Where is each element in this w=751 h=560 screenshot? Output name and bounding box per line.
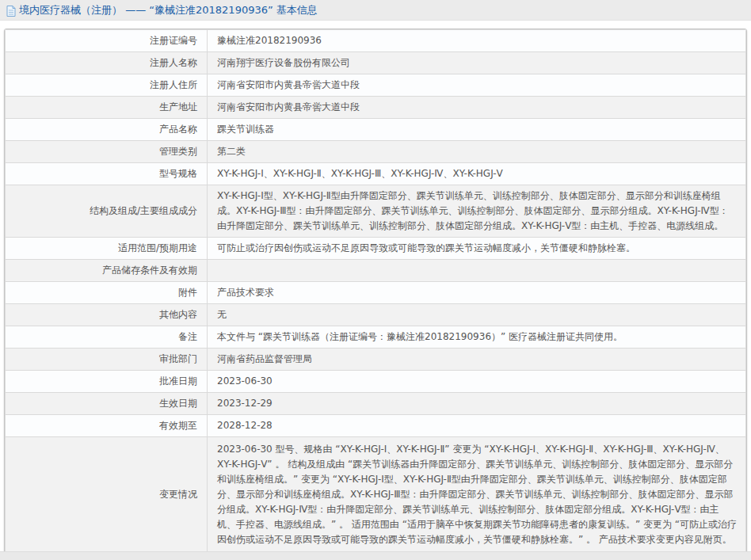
row-value bbox=[208, 260, 746, 282]
row-value: 踝关节训练器 bbox=[208, 119, 746, 141]
row-value-text: 河南翔宇医疗设备股份有限公司 bbox=[217, 57, 350, 68]
page-title: 境内医疗器械（注册） —— “豫械注准20182190936” 基本信息 bbox=[19, 5, 318, 15]
row-label: 生产地址 bbox=[6, 97, 208, 119]
row-value: 第二类 bbox=[208, 141, 746, 163]
row-label-text: 管理类别 bbox=[159, 146, 197, 157]
row-value-text: 2023-06-30 bbox=[217, 375, 273, 387]
row-label: 批准日期 bbox=[6, 371, 208, 393]
row-label: 注册人住所 bbox=[6, 74, 208, 97]
table-row: 其他内容无 bbox=[6, 304, 746, 326]
row-value: 无 bbox=[208, 304, 746, 326]
row-value: 本文件与 “踝关节训练器（注册证编号：豫械注准20182190936）” 医疗器… bbox=[208, 326, 746, 349]
row-label: 有效期至 bbox=[6, 415, 208, 437]
row-label: 审批部门 bbox=[6, 349, 208, 371]
row-value: 河南省安阳市内黄县帝喾大道中段 bbox=[208, 97, 746, 119]
row-label-text: 有效期至 bbox=[159, 420, 197, 431]
table-row: 注册证编号豫械注准20182190936 bbox=[6, 30, 746, 52]
row-value-text: 河南省安阳市内黄县帝喾大道中段 bbox=[217, 101, 360, 112]
row-label-text: 产品名称 bbox=[159, 124, 197, 135]
row-label: 备注 bbox=[6, 326, 208, 349]
row-label-text: 结构及组成/主要组成成分 bbox=[90, 205, 197, 216]
table-row: 适用范围/预期用途可防止或治疗因创伤或运动不足原因导致或可能导致的踝关节运动幅度… bbox=[6, 238, 746, 260]
table-row: 备注本文件与 “踝关节训练器（注册证编号：豫械注准20182190936）” 医… bbox=[6, 326, 746, 349]
table-row: 管理类别第二类 bbox=[6, 141, 746, 163]
row-value-text: 2023-06-30 型号、规格由 “XY-K-HGJ-Ⅰ、XY-K-HGJ-Ⅱ… bbox=[217, 444, 737, 545]
registration-info-table: 注册证编号豫械注准20182190936注册人名称河南翔宇医疗设备股份有限公司注… bbox=[5, 29, 746, 560]
row-value: 2023-12-29 bbox=[208, 393, 746, 415]
row-value-text: 产品技术要求 bbox=[217, 287, 274, 298]
table-row: 结构及组成/主要组成成分XY-K-HGJ-Ⅰ型、XY-K-HGJ-Ⅱ型由升降固定… bbox=[6, 185, 746, 238]
table-row: 注册人住所河南省安阳市内黄县帝喾大道中段 bbox=[6, 74, 746, 97]
row-value: 河南翔宇医疗设备股份有限公司 bbox=[208, 52, 746, 74]
row-value-text: XY-K-HGJ-Ⅰ、XY-K-HGJ-Ⅱ、XY-K-HGJ-Ⅲ、XY-K-HG… bbox=[217, 168, 503, 179]
row-label-text: 产品储存条件及有效期 bbox=[102, 265, 197, 276]
row-value-text: 踝关节训练器 bbox=[217, 124, 274, 135]
table-row: 注册人名称河南翔宇医疗设备股份有限公司 bbox=[6, 52, 746, 74]
row-value-text: 2028-12-28 bbox=[217, 420, 273, 431]
row-label-text: 批准日期 bbox=[159, 375, 197, 387]
document-icon bbox=[6, 5, 16, 16]
row-label-text: 审批部门 bbox=[159, 353, 197, 364]
table-row: 审批部门河南省药品监督管理局 bbox=[6, 349, 746, 371]
row-value-text: 2023-12-29 bbox=[217, 398, 273, 409]
row-label: 产品储存条件及有效期 bbox=[6, 260, 208, 282]
row-label: 结构及组成/主要组成成分 bbox=[6, 185, 208, 238]
row-label-text: 注册人住所 bbox=[150, 79, 197, 90]
row-label-text: 生产地址 bbox=[159, 101, 197, 112]
row-label-text: 型号规格 bbox=[159, 168, 197, 179]
row-value-text: 第二类 bbox=[217, 146, 246, 157]
row-label: 注册证编号 bbox=[6, 30, 208, 52]
row-value-text: 河南省安阳市内黄县帝喾大道中段 bbox=[217, 79, 360, 90]
row-value: 河南省安阳市内黄县帝喾大道中段 bbox=[208, 74, 746, 97]
row-value: 可防止或治疗因创伤或运动不足原因导致或可能导致的踝关节运动幅度减小，关节僵硬和静… bbox=[208, 238, 746, 260]
row-label: 注册人名称 bbox=[6, 52, 208, 74]
row-value-text: XY-K-HGJ-Ⅰ型、XY-K-HGJ-Ⅱ型由升降固定部分、踝关节训练单元、训… bbox=[217, 190, 729, 231]
row-value: XY-K-HGJ-Ⅰ、XY-K-HGJ-Ⅱ、XY-K-HGJ-Ⅲ、XY-K-HG… bbox=[208, 163, 746, 185]
table-row: 型号规格XY-K-HGJ-Ⅰ、XY-K-HGJ-Ⅱ、XY-K-HGJ-Ⅲ、XY-… bbox=[6, 163, 746, 185]
row-label-text: 其他内容 bbox=[159, 309, 197, 320]
table-row: 产品储存条件及有效期 bbox=[6, 260, 746, 282]
row-label: 变更情况 bbox=[6, 437, 208, 553]
row-value-text: 无 bbox=[217, 309, 227, 320]
row-label: 生效日期 bbox=[6, 393, 208, 415]
row-label-text: 注册证编号 bbox=[150, 35, 197, 46]
table-row: 生效日期2023-12-29 bbox=[6, 393, 746, 415]
row-label-text: 备注 bbox=[178, 331, 197, 342]
table-row: 产品名称踝关节训练器 bbox=[6, 119, 746, 141]
row-label: 管理类别 bbox=[6, 141, 208, 163]
table-row: 生产地址河南省安阳市内黄县帝喾大道中段 bbox=[6, 97, 746, 119]
registration-info-table-container: 注册证编号豫械注准20182190936注册人名称河南翔宇医疗设备股份有限公司注… bbox=[4, 29, 747, 560]
table-row: 批准日期2023-06-30 bbox=[6, 371, 746, 393]
table-row: 有效期至2028-12-28 bbox=[6, 415, 746, 437]
row-label: 型号规格 bbox=[6, 163, 208, 185]
row-label-text: 变更情况 bbox=[159, 489, 197, 500]
row-value-text: 可防止或治疗因创伤或运动不足原因导致或可能导致的踝关节运动幅度减小，关节僵硬和静… bbox=[217, 242, 635, 253]
row-value: XY-K-HGJ-Ⅰ型、XY-K-HGJ-Ⅱ型由升降固定部分、踝关节训练单元、训… bbox=[208, 185, 746, 238]
row-value-text: 本文件与 “踝关节训练器（注册证编号：豫械注准20182190936）” 医疗器… bbox=[217, 331, 623, 342]
row-label: 附件 bbox=[6, 282, 208, 304]
page-header: 境内医疗器械（注册） —— “豫械注准20182190936” 基本信息 bbox=[0, 0, 751, 21]
row-value-text: 豫械注准20182190936 bbox=[217, 35, 322, 46]
row-label-text: 生效日期 bbox=[159, 398, 197, 409]
row-value: 豫械注准20182190936 bbox=[208, 30, 746, 52]
row-value: 2023-06-30 型号、规格由 “XY-K-HGJ-Ⅰ、XY-K-HGJ-Ⅱ… bbox=[208, 437, 746, 553]
row-label: 其他内容 bbox=[6, 304, 208, 326]
row-value: 河南省药品监督管理局 bbox=[208, 349, 746, 371]
row-value: 产品技术要求 bbox=[208, 282, 746, 304]
row-label-text: 注册人名称 bbox=[150, 57, 197, 68]
table-row: 变更情况2023-06-30 型号、规格由 “XY-K-HGJ-Ⅰ、XY-K-H… bbox=[6, 437, 746, 553]
row-value: 2028-12-28 bbox=[208, 415, 746, 437]
row-value-text: 河南省药品监督管理局 bbox=[217, 353, 312, 364]
row-label: 产品名称 bbox=[6, 119, 208, 141]
row-label-text: 适用范围/预期用途 bbox=[118, 242, 197, 253]
row-label: 适用范围/预期用途 bbox=[6, 238, 208, 260]
row-value: 2023-06-30 bbox=[208, 371, 746, 393]
table-row: 附件产品技术要求 bbox=[6, 282, 746, 304]
bottom-bar bbox=[0, 551, 751, 560]
row-label-text: 附件 bbox=[178, 287, 197, 298]
